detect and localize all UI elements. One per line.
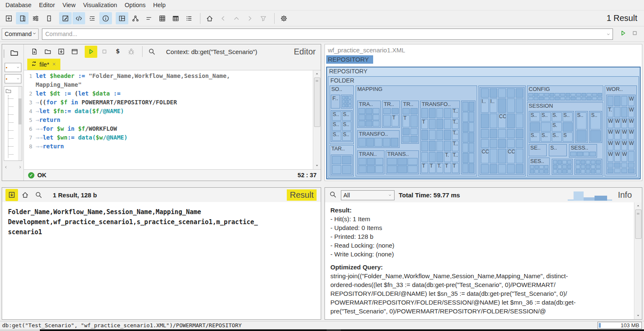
treemap-cell[interactable] (541, 122, 551, 132)
treemap-cell[interactable]: CC (507, 149, 515, 163)
treemap-cell[interactable] (596, 160, 600, 164)
edit-view-button[interactable] (59, 12, 72, 24)
treemap-cell[interactable] (558, 160, 562, 164)
treemap-cell[interactable] (392, 108, 399, 114)
treemap-cell[interactable] (366, 114, 372, 120)
treemap-cell[interactable] (410, 115, 418, 127)
treemap-cell[interactable] (591, 169, 595, 173)
treemap-cell[interactable] (421, 152, 428, 162)
menu-item-editor[interactable]: Editor (35, 1, 59, 9)
treemap-cell[interactable]: W (608, 140, 614, 151)
info-scrollbar[interactable] (634, 202, 642, 319)
treemap-cell[interactable] (507, 129, 515, 138)
treemap-cell[interactable]: W (621, 140, 628, 151)
treemap-cell[interactable] (408, 166, 418, 173)
treemap-cell[interactable] (553, 165, 557, 169)
treemap-cell[interactable]: S.. (530, 132, 540, 142)
treemap-cell[interactable]: W (621, 129, 628, 140)
scroll-left-icon[interactable] (4, 163, 8, 171)
treemap-cell[interactable]: W (628, 107, 634, 117)
treemap-cell[interactable] (608, 163, 614, 168)
treemap-cell[interactable] (469, 112, 475, 122)
treemap-node[interactable] (461, 101, 476, 174)
treemap-cell[interactable] (490, 88, 498, 98)
treemap-node[interactable] (341, 95, 353, 109)
treemap-node[interactable]: WT.WWWWWWWWWWWWWWWW (606, 95, 636, 174)
treemap-node[interactable]: I..I..CCCCCC (480, 87, 525, 175)
treemap-cell[interactable] (358, 108, 365, 114)
open-file-button[interactable] (42, 46, 54, 58)
treemap-cell[interactable] (562, 169, 566, 173)
treemap-cell[interactable] (597, 93, 602, 96)
treemap-cell[interactable] (498, 164, 506, 173)
treemap-cell[interactable] (628, 163, 634, 168)
scroll-right-icon[interactable] (18, 163, 22, 171)
treemap-cell[interactable] (429, 130, 436, 140)
code-line[interactable]: 2let $dt := (let $data := (24, 89, 313, 98)
treemap-cell[interactable] (586, 160, 590, 164)
treemap-cell[interactable] (410, 136, 418, 142)
treemap-cell[interactable] (581, 165, 585, 169)
treemap-cell[interactable] (596, 165, 600, 169)
treemap-cell[interactable] (576, 97, 581, 100)
treemap-cell[interactable]: T (452, 163, 459, 173)
treemap-cell[interactable]: W (621, 118, 628, 129)
treemap-cell[interactable] (581, 160, 585, 164)
treemap-cell[interactable]: T.. (452, 141, 459, 151)
treemap-cell[interactable]: S.. (332, 132, 341, 141)
treemap-cell[interactable]: S.. (563, 112, 573, 122)
treemap-cell[interactable] (566, 93, 571, 96)
treemap-cell[interactable] (576, 165, 580, 169)
treemap-cell[interactable]: S (563, 132, 573, 142)
treemap-cell[interactable] (576, 93, 581, 96)
treemap-cell[interactable] (516, 98, 524, 113)
treemap-cell[interactable] (516, 149, 524, 163)
treemap-cell[interactable]: T (402, 115, 410, 127)
treemap-cell[interactable] (628, 151, 634, 162)
treemap-cell[interactable] (366, 121, 372, 127)
treemap-cell[interactable]: CC (481, 149, 489, 163)
treemap-cell[interactable] (462, 143, 468, 153)
treemap-cell[interactable] (481, 114, 489, 128)
code-line[interactable]: 8→→return (24, 142, 313, 151)
stop-command-button[interactable] (629, 28, 641, 40)
treemap-cell[interactable] (429, 108, 436, 118)
treemap-cell[interactable] (592, 93, 597, 96)
treemap-cell[interactable]: T (421, 163, 428, 173)
treemap-cell[interactable] (544, 97, 549, 100)
treemap-cell[interactable] (530, 169, 534, 173)
result-output[interactable]: Folder_Name,Workflow_Name,Session_Name,M… (2, 202, 321, 237)
back-button[interactable] (217, 12, 229, 24)
treemap-cell[interactable]: W (621, 151, 628, 162)
treemap-cell[interactable]: W (628, 140, 634, 151)
treemap-cell[interactable] (490, 149, 498, 163)
treemap-cell[interactable] (367, 158, 375, 166)
treemap-cell[interactable] (383, 108, 391, 114)
treemap-cell[interactable] (591, 160, 595, 164)
run-button[interactable] (85, 46, 97, 58)
save-file-button[interactable] (55, 46, 68, 58)
treemap-cell[interactable] (410, 108, 418, 115)
treemap-cell[interactable] (498, 88, 506, 98)
treemap-node[interactable] (331, 155, 353, 175)
treemap-node-se[interactable]: SE.. (529, 144, 547, 156)
treemap-cell[interactable] (567, 165, 571, 169)
menu-item-options[interactable]: Options (121, 1, 149, 9)
treemap-cell[interactable] (444, 108, 451, 118)
treemap-cell[interactable] (387, 158, 397, 166)
treemap-cell[interactable] (576, 169, 580, 173)
treemap-cell[interactable]: T.. (452, 119, 459, 129)
treemap-node-session[interactable]: SESSIONS..S..S.S..S.S..S..S..SS..S..SESS… (527, 102, 603, 176)
treemap-cell[interactable] (539, 97, 544, 100)
project-folder-icon[interactable] (10, 48, 19, 59)
treemap-cell[interactable] (358, 138, 366, 147)
info-view-button[interactable] (99, 12, 112, 24)
treemap-cell[interactable] (614, 107, 621, 117)
treemap-cell[interactable] (444, 141, 451, 151)
command-mode-select[interactable]: Command (2, 28, 39, 40)
code-line[interactable]: 5→return (24, 116, 313, 124)
treemap-cell[interactable] (539, 93, 544, 96)
treemap-cell[interactable] (553, 160, 557, 164)
treemap-cell[interactable]: S. (552, 122, 562, 132)
treemap-cell[interactable] (544, 93, 549, 96)
